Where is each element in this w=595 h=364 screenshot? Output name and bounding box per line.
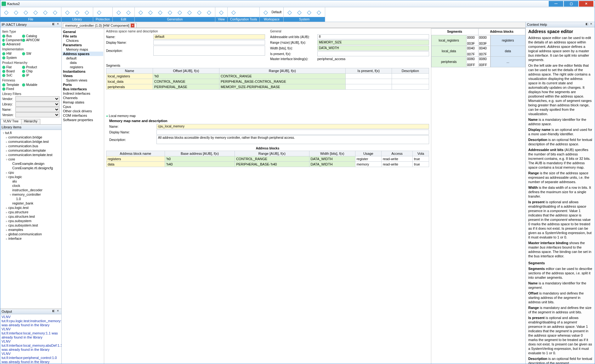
- undock-icon[interactable]: ◧: [585, 22, 589, 27]
- close-panel-icon[interactable]: ✕: [589, 22, 593, 27]
- g5-icon[interactable]: ◇: [185, 8, 194, 16]
- filter-fixed[interactable]: Fixed: [2, 87, 22, 91]
- nav-item[interactable]: General: [62, 30, 103, 34]
- tree-item[interactable]: communication.bridge: [1, 135, 61, 139]
- tree-item[interactable]: communication.template.test: [1, 153, 61, 157]
- s1-icon[interactable]: ◇: [286, 8, 294, 16]
- segments-table[interactable]: NameOffset [AUB], f(x)Range [AUB], f(x)I…: [106, 68, 429, 90]
- library-tree[interactable]: tut.ficommunication.bridgecommunication.…: [0, 130, 61, 309]
- tree-item[interactable]: CoreExample.rtl.designcfg: [1, 166, 61, 170]
- filter-ip[interactable]: IP: [22, 74, 42, 77]
- tree-item[interactable]: cpu.subsystem.test: [1, 223, 61, 227]
- nav-item[interactable]: System views: [62, 78, 103, 82]
- output-log[interactable]: VLNV tut.fi:cpu.logic.test:instruction_m…: [0, 314, 61, 364]
- tree-item[interactable]: tut.fi: [1, 131, 61, 135]
- nav-item[interactable]: data: [62, 60, 103, 65]
- g3-icon[interactable]: ◇: [156, 8, 164, 16]
- db-icon[interactable]: ◇: [63, 8, 71, 16]
- tree-item[interactable]: register_bank: [1, 201, 61, 205]
- filter-template[interactable]: Template: [2, 83, 22, 87]
- nav-item[interactable]: Choices: [62, 38, 103, 43]
- g1-icon[interactable]: ◇: [137, 8, 145, 16]
- print2-icon[interactable]: ◇: [51, 8, 59, 16]
- nav-item[interactable]: Indirect interfaces: [62, 91, 103, 96]
- close-panel-icon[interactable]: ✕: [56, 22, 60, 27]
- nav-item[interactable]: Parameters: [62, 43, 103, 47]
- nav-item[interactable]: Memory maps: [62, 47, 103, 52]
- saveas-icon[interactable]: ◇: [22, 8, 30, 16]
- s3-icon[interactable]: ◇: [305, 8, 313, 16]
- name-field[interactable]: default: [153, 34, 265, 39]
- redo-icon[interactable]: ◇: [124, 8, 133, 16]
- filter-mutable[interactable]: Mutable: [22, 83, 42, 87]
- context-help[interactable]: Address space editorAddress space editor…: [526, 27, 595, 364]
- tree-item[interactable]: core: [1, 157, 61, 161]
- tree-item[interactable]: cpu.structure.test: [1, 214, 61, 219]
- tree-item[interactable]: clock: [1, 183, 61, 188]
- minimize-button[interactable]: —: [549, 1, 563, 7]
- aub-field[interactable]: 8: [317, 34, 429, 39]
- tree-item[interactable]: cpu: [1, 170, 61, 175]
- filter-board[interactable]: Board: [2, 70, 22, 73]
- ws-icon[interactable]: ◇: [262, 8, 270, 16]
- print-icon[interactable]: ◇: [41, 8, 49, 16]
- ispresent-field[interactable]: [317, 51, 429, 56]
- mm-description-field[interactable]: All address blocks accessible directly b…: [156, 135, 429, 144]
- tree-item[interactable]: global.communication: [1, 232, 61, 236]
- tab-vlnv-tree[interactable]: VLNV Tree: [0, 119, 21, 124]
- nav-item[interactable]: Other clock drivers: [62, 109, 103, 113]
- mm-name-field[interactable]: cpu_local_memory: [156, 124, 429, 129]
- check-icon[interactable]: ◇: [83, 8, 91, 16]
- nav-item[interactable]: registers: [62, 65, 103, 69]
- tree-item[interactable]: cpu.subsystem: [1, 219, 61, 223]
- tree-item[interactable]: interface: [1, 236, 61, 241]
- tree-item[interactable]: alu: [1, 179, 61, 183]
- nav-item[interactable]: Remap states: [62, 100, 103, 104]
- tree-item[interactable]: communication.template: [1, 148, 61, 153]
- cfg-icon[interactable]: ◇: [230, 8, 238, 16]
- nav-item[interactable]: default: [62, 56, 103, 60]
- VHD-icon[interactable]: ◇: [195, 8, 203, 16]
- nav-item[interactable]: COM interfaces: [62, 113, 103, 118]
- undock-icon[interactable]: ◧: [51, 22, 56, 27]
- nav-item[interactable]: Bus interfaces: [62, 87, 103, 91]
- tree-item[interactable]: cpu.logic: [1, 175, 61, 179]
- g2-icon[interactable]: ◇: [146, 8, 155, 16]
- document-tab[interactable]: memory_controller (1.0) [HW Component] ✕: [63, 23, 137, 28]
- close-tab-icon[interactable]: ✕: [131, 24, 134, 27]
- lock-icon[interactable]: ◇: [95, 8, 103, 16]
- tree-item[interactable]: instruction_decoder: [1, 188, 61, 192]
- filter-soc[interactable]: SoC: [2, 74, 22, 77]
- undock-icon[interactable]: ◧: [51, 309, 56, 314]
- new-icon[interactable]: ◇: [2, 8, 10, 16]
- range-field[interactable]: MEMORY_SIZE: [317, 40, 429, 45]
- s2-icon[interactable]: ◇: [295, 8, 303, 16]
- nav-item[interactable]: File sets: [62, 34, 103, 38]
- filter-vendor-select[interactable]: [15, 96, 60, 101]
- tree-item[interactable]: cpu.logic.test: [1, 205, 61, 210]
- maximize-button[interactable]: ▢: [564, 1, 578, 7]
- nav-item[interactable]: Ports: [62, 82, 103, 87]
- nav-item[interactable]: Address spaces: [62, 52, 103, 56]
- nav-item[interactable]: Channels: [62, 96, 103, 100]
- address-blocks-table[interactable]: Address block nameBase address [AUB], f(…: [106, 151, 429, 167]
- close-button[interactable]: ✕: [579, 1, 593, 7]
- filter-api/com[interactable]: API/COM: [22, 38, 42, 42]
- s4-icon[interactable]: ◇: [315, 8, 323, 16]
- filter-component[interactable]: Component: [2, 38, 22, 42]
- tree-item[interactable]: communication.bridge.test: [1, 139, 61, 144]
- M-icon[interactable]: ◇: [176, 8, 184, 16]
- saveall-icon[interactable]: ◇: [31, 8, 40, 16]
- description-field[interactable]: [153, 46, 265, 56]
- filter-system[interactable]: System: [2, 56, 22, 59]
- tree-item[interactable]: communication.bus: [1, 144, 61, 148]
- width-field[interactable]: DATA_WIDTH: [317, 46, 429, 51]
- layout-icon[interactable]: ◇: [217, 8, 225, 16]
- g4-icon[interactable]: ◇: [166, 8, 174, 16]
- filter-library-select[interactable]: [15, 102, 60, 107]
- tab-hierarchy[interactable]: Hierarchy: [21, 119, 40, 124]
- refresh-icon[interactable]: ◇: [73, 8, 81, 16]
- filter-name-select[interactable]: [15, 107, 60, 112]
- tree-item[interactable]: 1.0: [1, 197, 61, 201]
- mm-display-name-field[interactable]: [156, 130, 429, 135]
